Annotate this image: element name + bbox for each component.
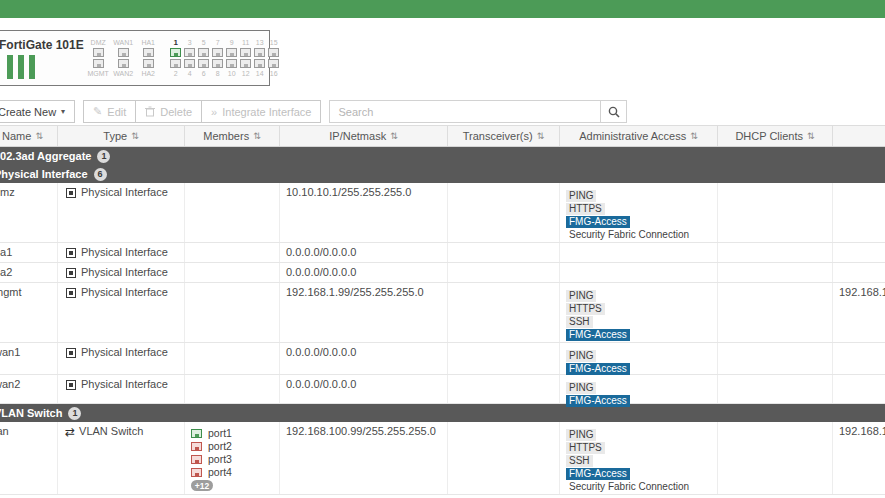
- device-model-label: FortiGate 101E: [0, 38, 84, 52]
- column-header-type[interactable]: Type⇅: [58, 126, 185, 146]
- port-label: HA1: [141, 38, 155, 47]
- name-cell: wan1: [0, 343, 58, 374]
- members-cell: [185, 375, 280, 403]
- ethernet-port-icon: [226, 59, 237, 68]
- ip-netmask-cell: 192.168.1.99/255.255.255.0: [280, 283, 448, 342]
- admin-access-item: PING: [566, 290, 596, 302]
- create-new-button[interactable]: Create New ▾: [0, 100, 75, 123]
- port-label: 15: [270, 38, 278, 47]
- column-header-ip-netmask[interactable]: IP/Netmask⇅: [280, 126, 448, 146]
- group-header-physical-interface[interactable]: Physical Interface 6: [0, 165, 885, 183]
- ip-netmask-cell: 0.0.0.0/0.0.0.0: [280, 343, 448, 374]
- members-cell: [185, 263, 280, 282]
- create-new-label: Create New: [0, 106, 56, 118]
- port-label: 5: [202, 38, 206, 47]
- dhcp-clients-cell: [718, 283, 833, 342]
- pencil-icon: ✎: [93, 105, 102, 118]
- dhcp-clients-cell: [718, 375, 833, 403]
- column-header-members[interactable]: Members⇅: [185, 126, 280, 146]
- member-item: port1: [191, 427, 273, 439]
- port-label: 2: [174, 69, 178, 78]
- table-row-ha1[interactable]: ha1 Physical Interface 0.0.0.0/0.0.0.0: [0, 243, 885, 263]
- type-cell: Physical Interface: [58, 283, 185, 342]
- port-label: 4: [188, 69, 192, 78]
- ethernet-port-icon: [240, 48, 251, 57]
- search-icon: [608, 106, 620, 118]
- admin-access-item: PING: [566, 382, 596, 394]
- port-label: 6: [202, 69, 206, 78]
- admin-access-item: SSH: [566, 455, 593, 467]
- table-row-wan2[interactable]: wan2 Physical Interface 0.0.0.0/0.0.0.0 …: [0, 375, 885, 404]
- admin-access-cell: PING HTTPS SSH FMG-Access Security Fabri…: [560, 422, 718, 494]
- dhcp-clients-cell: [718, 263, 833, 282]
- transceivers-cell: [448, 283, 560, 342]
- admin-access-item: SSH: [566, 316, 593, 328]
- admin-access-item: Security Fabric Connection: [566, 481, 692, 493]
- port-column-9-10: 9 10: [225, 38, 239, 78]
- delete-button[interactable]: Delete: [136, 100, 202, 123]
- port-label: 9: [230, 38, 234, 47]
- ethernet-port-icon: [143, 48, 154, 57]
- admin-access-cell: PING FMG-Access: [560, 375, 718, 403]
- table-row-mgmt[interactable]: mgmt Physical Interface 192.168.1.99/255…: [0, 283, 885, 343]
- sort-icon: ⇅: [690, 131, 698, 141]
- type-cell: ⇄VLAN Switch: [58, 422, 185, 494]
- transceivers-cell: [448, 183, 560, 242]
- group-label: Physical Interface: [0, 168, 88, 180]
- search-input[interactable]: [329, 100, 601, 123]
- sort-icon: ⇅: [807, 131, 815, 141]
- search-button[interactable]: [601, 100, 627, 123]
- sort-icon: ⇅: [537, 131, 545, 141]
- table-row-lan[interactable]: lan ⇄VLAN Switch port1 port2 port3 port4…: [0, 422, 885, 495]
- dhcp-range-cell: [833, 243, 885, 262]
- edit-button[interactable]: ✎ Edit: [83, 100, 136, 123]
- physical-interface-icon: [66, 268, 76, 278]
- name-cell: ha2: [0, 263, 58, 282]
- members-overflow-badge[interactable]: +12: [191, 480, 213, 491]
- integrate-interface-button[interactable]: » Integrate Interface: [202, 100, 321, 123]
- transceivers-cell: [448, 243, 560, 262]
- ip-netmask-cell: 0.0.0.0/0.0.0.0: [280, 263, 448, 282]
- column-header-transceivers[interactable]: Transceiver(s)⇅: [448, 126, 560, 146]
- dhcp-range-cell: [833, 343, 885, 374]
- admin-access-item: PING: [566, 190, 596, 202]
- group-header-8023ad-aggregate[interactable]: 802.3ad Aggregate 1: [0, 147, 885, 165]
- members-cell: [185, 283, 280, 342]
- member-item: port2: [191, 440, 273, 452]
- table-header-row: Name⇅ Type⇅ Members⇅ IP/Netmask⇅ Transce…: [0, 126, 885, 147]
- ethernet-port-icon: [254, 48, 265, 57]
- trash-icon: [145, 106, 155, 117]
- group-label: VLAN Switch: [0, 407, 62, 419]
- toolbar-button-group: ✎ Edit Delete » Integrate Interface: [83, 100, 321, 123]
- port-down-icon: [191, 455, 202, 464]
- device-port-grid: DMZ MGMT WAN1 WAN2 HA1 HA2 1: [86, 38, 281, 78]
- members-cell: [185, 183, 280, 242]
- port-label-active: 1: [173, 38, 177, 47]
- ethernet-port-icon: [198, 59, 209, 68]
- port-column-3-4: 3 4: [183, 38, 197, 78]
- admin-access-item: PING: [566, 350, 596, 362]
- delete-label: Delete: [160, 106, 192, 118]
- type-cell: Physical Interface: [58, 263, 185, 282]
- column-header-administrative-access[interactable]: Administrative Access⇅: [560, 126, 718, 146]
- column-header-truncated[interactable]: D: [833, 126, 885, 146]
- dhcp-range-cell: [833, 183, 885, 242]
- name-cell: ha1: [0, 243, 58, 262]
- led-bar-icon: [18, 55, 24, 79]
- column-header-name[interactable]: Name⇅: [0, 126, 58, 146]
- ethernet-port-icon: [268, 48, 279, 57]
- column-header-dhcp-clients[interactable]: DHCP Clients⇅: [718, 126, 833, 146]
- table-row-dmz[interactable]: dmz Physical Interface 10.10.10.1/255.25…: [0, 183, 885, 243]
- physical-interface-icon: [66, 188, 76, 198]
- group-header-vlan-switch[interactable]: VLAN Switch 1: [0, 404, 885, 422]
- admin-access-item-highlighted: FMG-Access: [566, 395, 630, 407]
- ethernet-port-icon: [170, 59, 181, 68]
- ethernet-port-icon: [240, 59, 251, 68]
- name-cell: dmz: [0, 183, 58, 242]
- port-down-icon: [191, 468, 202, 477]
- name-cell: lan: [0, 422, 58, 494]
- physical-interface-icon: [66, 288, 76, 298]
- table-row-wan1[interactable]: wan1 Physical Interface 0.0.0.0/0.0.0.0 …: [0, 343, 885, 375]
- group-label: 802.3ad Aggregate: [0, 150, 91, 162]
- table-row-ha2[interactable]: ha2 Physical Interface 0.0.0.0/0.0.0.0: [0, 263, 885, 283]
